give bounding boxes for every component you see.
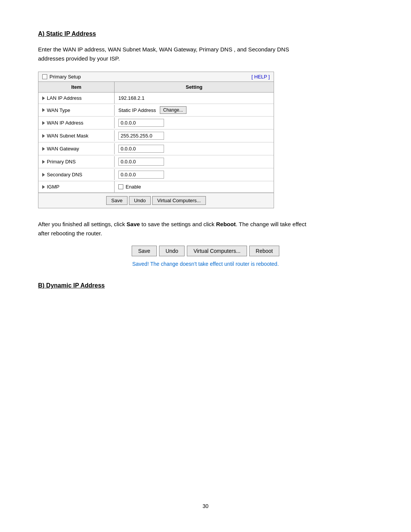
row-label-wan-ip: WAN IP Address (38, 117, 115, 128)
row-label-igmp: IGMP (38, 181, 115, 192)
panel-undo-button[interactable]: Undo (129, 196, 151, 205)
arrow-icon (42, 121, 45, 125)
wan-gateway-input[interactable] (118, 145, 164, 153)
help-link[interactable]: [ HELP ] (252, 74, 270, 80)
arrow-icon (42, 160, 45, 164)
table-row: IGMP Enable (38, 181, 274, 193)
col-setting-header: Setting (115, 82, 274, 92)
arrow-icon (42, 147, 45, 151)
wan-ip-input[interactable] (118, 119, 164, 127)
big-button-row: Save Undo Virtual Computers... Reboot (38, 246, 373, 256)
secondary-dns-input[interactable] (118, 171, 164, 179)
primary-dns-input[interactable] (118, 158, 164, 166)
row-value-wan-gateway (115, 142, 274, 155)
wan-subnet-input[interactable] (118, 132, 164, 140)
page-number: 30 (0, 503, 411, 509)
panel-title: Primary Setup (49, 74, 81, 80)
row-value-wan-type: Static IP Address Change... (115, 104, 274, 116)
row-label-wan-gateway: WAN Gateway (38, 143, 115, 154)
save-button[interactable]: Save (132, 246, 157, 256)
saved-message: Saved! The change doesn't take effect un… (38, 261, 373, 267)
panel-header: Primary Setup [ HELP ] (38, 72, 274, 82)
table-row: WAN IP Address (38, 117, 274, 129)
table-row: Primary DNS (38, 155, 274, 168)
wan-type-label: Static IP Address (118, 107, 156, 113)
row-value-lan-ip: 192.168.2.1 (115, 93, 274, 103)
row-value-primary-dns (115, 155, 274, 168)
section-a-title: A) Static IP Address (38, 30, 373, 37)
arrow-icon (42, 134, 45, 138)
arrow-icon (42, 96, 45, 100)
row-value-secondary-dns (115, 168, 274, 181)
reboot-button[interactable]: Reboot (249, 246, 279, 256)
after-text: After you finished all settings, click S… (38, 220, 312, 238)
intro-text: Enter the WAN IP address, WAN Subnet Mas… (38, 45, 312, 63)
panel-checkbox-icon[interactable] (42, 74, 47, 79)
table-row: WAN Gateway (38, 142, 274, 155)
arrow-icon (42, 173, 45, 177)
table-row: WAN Subnet Mask (38, 129, 274, 142)
igmp-label: Enable (126, 184, 141, 190)
arrow-icon (42, 108, 45, 112)
table-row: LAN IP Address 192.168.2.1 (38, 93, 274, 104)
row-value-wan-ip (115, 117, 274, 129)
igmp-checkbox[interactable] (118, 184, 123, 189)
panel-save-button[interactable]: Save (106, 196, 127, 205)
change-button[interactable]: Change... (160, 106, 186, 114)
table-header: Item Setting (38, 82, 274, 93)
row-label-lan-ip: LAN IP Address (38, 93, 115, 104)
section-b-title: B) Dynamic IP Address (38, 282, 373, 289)
row-value-igmp: Enable (115, 182, 274, 192)
undo-button[interactable]: Undo (159, 246, 185, 256)
row-label-secondary-dns: Secondary DNS (38, 169, 115, 180)
virtual-computers-button[interactable]: Virtual Computers... (187, 246, 247, 256)
row-value-wan-subnet (115, 129, 274, 142)
row-label-primary-dns: Primary DNS (38, 156, 115, 167)
row-label-wan-type: WAN Type (38, 105, 115, 116)
arrow-icon (42, 185, 45, 189)
col-item-header: Item (38, 82, 115, 92)
panel-footer: Save Undo Virtual Computers... (38, 193, 274, 208)
table-row: WAN Type Static IP Address Change... (38, 104, 274, 117)
row-label-wan-subnet: WAN Subnet Mask (38, 130, 115, 141)
primary-setup-panel: Primary Setup [ HELP ] Item Setting LAN … (38, 72, 274, 208)
panel-virtual-computers-button[interactable]: Virtual Computers... (152, 196, 206, 205)
table-row: Secondary DNS (38, 168, 274, 181)
